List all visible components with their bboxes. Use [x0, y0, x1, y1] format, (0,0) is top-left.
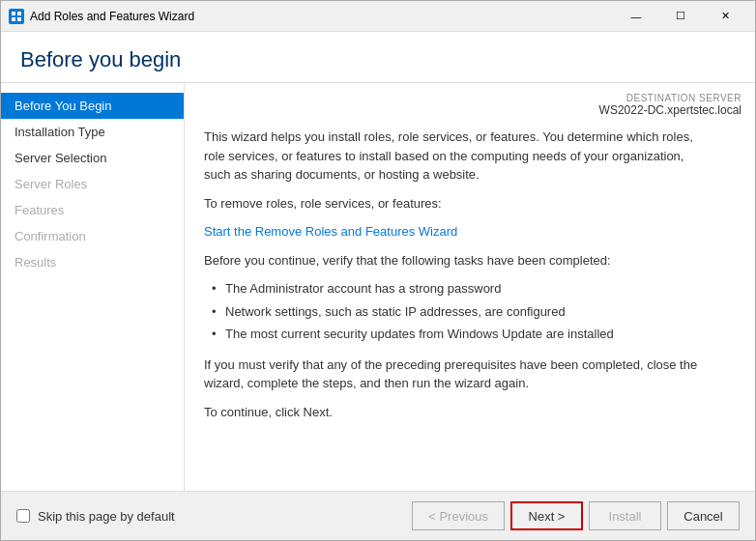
- destination-server-info: DESTINATION SERVER WS2022-DC.xpertstec.l…: [599, 93, 741, 117]
- sidebar: Before You BeginInstallation TypeServer …: [1, 83, 185, 491]
- window-controls: — ☐ ✕: [614, 1, 747, 32]
- intro-paragraph: This wizard helps you install roles, rol…: [204, 128, 707, 185]
- footer: Skip this page by default < Previous Nex…: [1, 491, 755, 540]
- main-content: DESTINATION SERVER WS2022-DC.xpertstec.l…: [185, 83, 755, 491]
- skip-checkbox-container: Skip this page by default: [16, 509, 412, 524]
- bullet-item: The Administrator account has a strong p…: [212, 279, 707, 299]
- minimize-button[interactable]: —: [614, 1, 658, 32]
- title-bar: Add Roles and Features Wizard — ☐ ✕: [1, 1, 755, 32]
- cancel-button[interactable]: Cancel: [667, 501, 740, 530]
- main-window: Add Roles and Features Wizard — ☐ ✕ Befo…: [0, 0, 756, 541]
- destination-server-name: WS2022-DC.xpertstec.local: [599, 103, 741, 117]
- main-text-block: This wizard helps you install roles, rol…: [204, 128, 707, 421]
- bullet-item: The most current security updates from W…: [212, 325, 707, 344]
- remove-label: To remove roles, role services, or featu…: [204, 194, 707, 214]
- continue-label: To continue, click Next.: [204, 403, 707, 422]
- svg-rect-3: [17, 17, 21, 21]
- sidebar-item-server-selection[interactable]: Server Selection: [1, 145, 184, 171]
- verify-paragraph: If you must verify that any of the prece…: [204, 356, 707, 393]
- next-button[interactable]: Next >: [510, 501, 583, 530]
- footer-buttons: < Previous Next > Install Cancel: [412, 501, 740, 530]
- skip-checkbox[interactable]: [16, 509, 30, 523]
- skip-checkbox-label: Skip this page by default: [38, 509, 175, 524]
- close-button[interactable]: ✕: [703, 1, 747, 32]
- page-title: Before you begin: [20, 47, 736, 72]
- previous-button[interactable]: < Previous: [412, 501, 505, 530]
- sidebar-item-confirmation: Confirmation: [1, 223, 184, 249]
- verify-label: Before you continue, verify that the fol…: [204, 251, 707, 270]
- destination-server-label: DESTINATION SERVER: [599, 93, 741, 103]
- content-area: Before You BeginInstallation TypeServer …: [1, 83, 755, 491]
- window-title: Add Roles and Features Wizard: [30, 10, 614, 23]
- install-button[interactable]: Install: [589, 501, 661, 530]
- sidebar-item-server-roles: Server Roles: [1, 171, 184, 197]
- sidebar-item-before-you-begin[interactable]: Before You Begin: [1, 93, 184, 119]
- prerequisites-list: The Administrator account has a strong p…: [212, 279, 707, 344]
- app-icon: [9, 9, 24, 24]
- svg-rect-0: [12, 12, 15, 15]
- maximize-button[interactable]: ☐: [658, 1, 703, 32]
- sidebar-item-results: Results: [1, 249, 184, 275]
- remove-wizard-link[interactable]: Start the Remove Roles and Features Wiza…: [204, 224, 457, 239]
- sidebar-item-features: Features: [1, 197, 184, 223]
- sidebar-item-installation-type[interactable]: Installation Type: [1, 119, 184, 145]
- svg-rect-1: [17, 12, 21, 15]
- bullet-item: Network settings, such as static IP addr…: [212, 302, 707, 322]
- page-header: Before you begin: [1, 32, 755, 83]
- svg-rect-2: [12, 17, 15, 21]
